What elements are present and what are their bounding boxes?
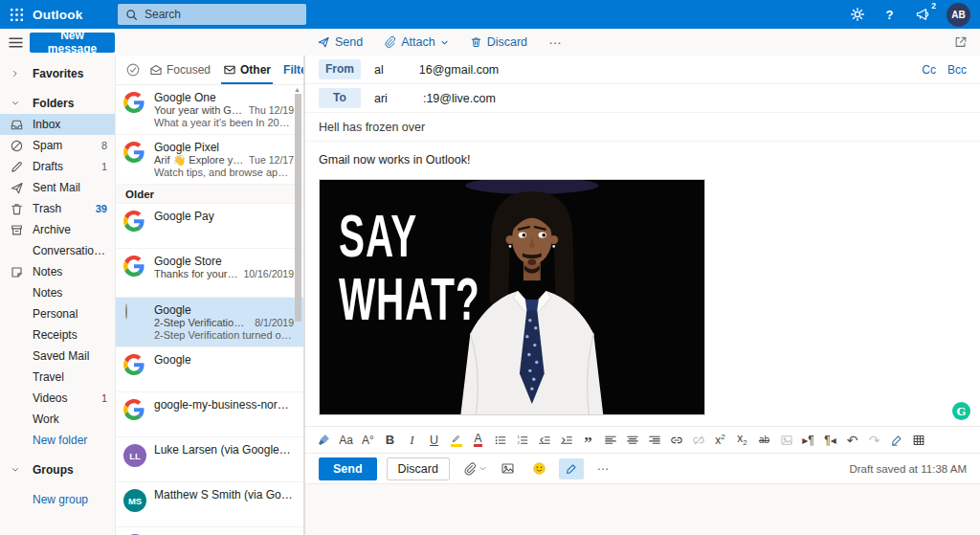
indent-icon[interactable] — [555, 430, 577, 450]
sidebar-item-groups[interactable]: Groups — [0, 459, 115, 480]
ltr-icon[interactable]: ▸¶ — [797, 430, 819, 450]
message-item-google-pixel[interactable]: Google PixelArif 👋 Explore your Pixel...… — [116, 135, 303, 185]
undo-icon[interactable]: ↶ — [841, 430, 863, 450]
sidebar-item-videos[interactable]: Videos1 — [0, 388, 115, 409]
new-message-button[interactable]: New message — [30, 33, 115, 53]
cc-bcc-links: Cc Bcc — [922, 63, 967, 77]
font-size-icon[interactable]: A° — [357, 430, 379, 450]
settings-gear-icon[interactable] — [849, 6, 865, 23]
rtl-icon[interactable]: ¶◂ — [819, 430, 841, 450]
inbox-icon — [10, 118, 33, 132]
numbered-list-icon[interactable]: 12 — [511, 430, 533, 450]
grammarly-icon[interactable]: G — [952, 402, 970, 420]
strikethrough-icon[interactable]: ab — [753, 430, 775, 450]
sidebar-item-notes[interactable]: Notes — [0, 282, 115, 303]
search-placeholder: Search — [145, 8, 181, 21]
format-painter-icon[interactable] — [313, 430, 335, 450]
more-icon[interactable]: … — [590, 458, 615, 479]
tab-other[interactable]: Other — [223, 56, 271, 84]
message-item-google[interactable]: Google — [116, 347, 303, 392]
note-icon — [10, 265, 33, 279]
attach-command-button[interactable]: Attach — [384, 35, 448, 49]
sidebar-item-favorites[interactable]: Favorites — [0, 63, 115, 84]
link-icon[interactable] — [665, 430, 687, 450]
message-item-google[interactable]: Google2-Step Verification turned...8/1/2… — [116, 298, 303, 347]
italic-icon[interactable]: I — [401, 430, 423, 450]
bullet-list-icon[interactable] — [489, 430, 511, 450]
message-item-matthew-s-smith-via-google-sheets[interactable]: MSMatthew S Smith (via Google Sheets) — [116, 482, 303, 527]
filter-button[interactable]: Filter — [283, 63, 304, 77]
subscript-icon[interactable]: x2 — [731, 430, 753, 450]
open-in-new-window-icon[interactable] — [954, 35, 968, 49]
highlight-icon[interactable] — [445, 430, 467, 450]
sidebar-item-folders[interactable]: Folders — [0, 93, 115, 114]
underline-icon[interactable]: U — [423, 430, 445, 450]
from-address[interactable]: al 16@gmail.com — [374, 63, 499, 77]
account-avatar[interactable]: AB — [947, 3, 970, 27]
message-item-luke-larsen-via-google-sheets[interactable]: LLLuke Larsen (via Google Sheets) — [116, 527, 303, 535]
select-all-circle-check-icon[interactable] — [125, 62, 141, 78]
to-button[interactable]: To — [319, 88, 361, 108]
sidebar-item-receipts[interactable]: Receipts — [0, 324, 115, 346]
align-right-icon[interactable] — [643, 430, 665, 450]
sidebar-item-sent-mail[interactable]: Sent Mail — [0, 177, 115, 198]
sidebar-item-work[interactable]: Work — [0, 409, 115, 430]
cc-button[interactable]: Cc — [922, 63, 936, 77]
draw-text-icon[interactable] — [885, 430, 907, 450]
message-item-google-one[interactable]: Google OneYour year with Google OneThu 1… — [116, 85, 303, 135]
whats-new-megaphone-icon[interactable]: 2 — [914, 6, 930, 23]
message-item-luke-larsen-via-google-sheets[interactable]: LLLuke Larsen (via Google Sheets) — [116, 437, 303, 482]
discard-command-button[interactable]: Discard — [470, 35, 527, 49]
emoji-icon[interactable] — [527, 458, 552, 479]
message-body-editor[interactable]: Gmail now works in Outlook! — [305, 142, 980, 426]
sidebar-item-inbox[interactable]: Inbox — [0, 114, 115, 135]
discard-button[interactable]: Discard — [387, 457, 450, 480]
search-input[interactable]: Search — [118, 4, 306, 25]
sidebar-item-archive[interactable]: Archive — [0, 219, 115, 240]
sidebar-item-trash[interactable]: Trash39 — [0, 198, 115, 219]
list-scrollbar-thumb[interactable] — [295, 94, 301, 322]
more-options-icon[interactable]: … — [548, 32, 562, 47]
sidebar-item-spam[interactable]: Spam8 — [0, 135, 115, 156]
sidebar-item-notes[interactable]: Notes — [0, 261, 115, 282]
tab-focused[interactable]: Focused — [149, 56, 211, 84]
bcc-button[interactable]: Bcc — [947, 63, 967, 77]
sidebar-item-travel[interactable]: Travel — [0, 367, 115, 388]
outdent-icon[interactable] — [533, 430, 555, 450]
insert-picture-icon[interactable] — [496, 458, 521, 479]
help-icon[interactable]: ? — [881, 6, 898, 23]
font-icon[interactable]: Aa — [335, 430, 357, 450]
sidebar-item-new-folder[interactable]: New folder — [0, 430, 115, 451]
message-item-google-pay[interactable]: Google Pay — [116, 204, 303, 249]
send-command-button[interactable]: Send — [317, 35, 363, 49]
align-center-icon[interactable] — [621, 430, 643, 450]
insert-table-icon[interactable] — [907, 430, 929, 450]
message-preview: 2-Step Verification turned on Hi Arif, C… — [154, 329, 294, 342]
sidebar-item-drafts[interactable]: Drafts1 — [0, 156, 115, 177]
subject-field[interactable]: Hell has frozen over — [305, 113, 980, 142]
app-title[interactable]: Outlook — [33, 8, 82, 22]
sidebar-item-label: Folders — [33, 97, 107, 110]
to-address[interactable]: ari :19@live.com — [374, 92, 496, 105]
message-item-google-store[interactable]: Google StoreThanks for your Google S...1… — [116, 249, 303, 298]
attach-file-icon[interactable] — [461, 458, 489, 479]
sidebar-item-conversation-hist[interactable]: Conversation Hist... — [0, 240, 115, 261]
quote-icon[interactable]: ” — [577, 430, 599, 450]
outlook-app: Outlook Search ? 2 AB New message — [0, 0, 980, 535]
selected-radio-icon[interactable] — [123, 303, 146, 342]
superscript-icon[interactable]: x2 — [709, 430, 731, 450]
hamburger-menu-icon[interactable] — [9, 37, 23, 48]
chevron-right-icon — [10, 68, 33, 79]
send-button[interactable]: Send — [319, 457, 377, 480]
app-launcher-icon[interactable] — [0, 0, 33, 29]
from-button[interactable]: From — [319, 59, 361, 79]
font-color-icon[interactable]: A — [467, 430, 489, 450]
sidebar-item-saved-mail[interactable]: Saved Mail — [0, 346, 115, 367]
bold-icon[interactable]: B — [379, 430, 401, 450]
sidebar-item-new-group[interactable]: New group — [0, 489, 115, 510]
message-item-google-my-business-noreply-google-co[interactable]: google-my-business-noreply@google.co... — [116, 392, 303, 437]
align-left-icon[interactable] — [599, 430, 621, 450]
scrollbar-up-arrow[interactable]: ▲ — [294, 86, 301, 93]
draw-icon[interactable] — [559, 458, 584, 479]
sidebar-item-personal[interactable]: Personal — [0, 303, 115, 324]
